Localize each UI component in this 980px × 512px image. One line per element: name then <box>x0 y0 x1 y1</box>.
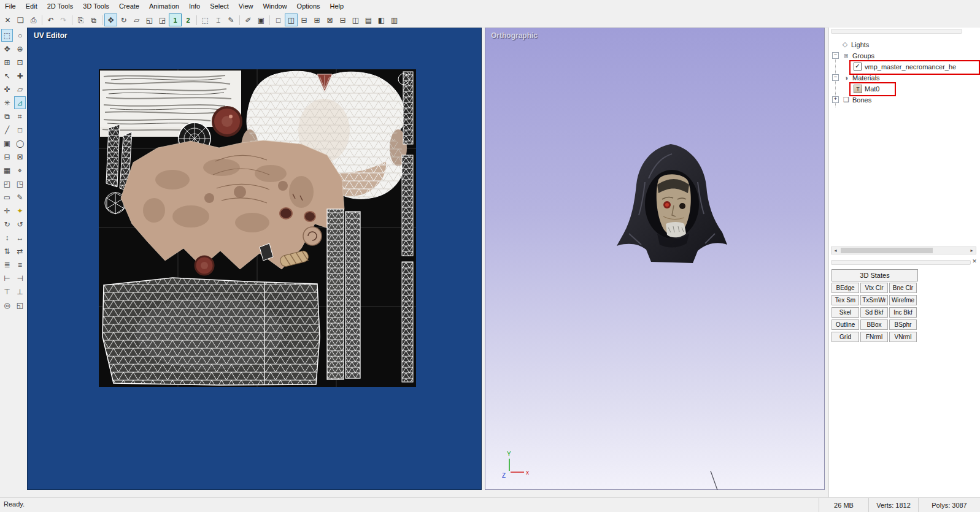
transform-arrow-button[interactable]: ◲ <box>156 13 169 26</box>
scroll-right-arrow-icon[interactable]: ▸ <box>968 247 976 254</box>
state-texsm-button[interactable]: Tex Sm <box>831 295 859 305</box>
tree-item-materials[interactable]: − ◑ Materials <box>830 72 880 83</box>
eraser-tool[interactable]: ▭ <box>1 191 13 204</box>
fill-tool[interactable]: ▦ <box>1 164 13 177</box>
groups-expander-icon[interactable]: − <box>832 52 839 59</box>
select-lasso-tool[interactable]: ○ <box>14 29 26 42</box>
layout-columns-button[interactable]: ◫ <box>349 13 362 26</box>
menu-view[interactable]: View <box>234 1 258 12</box>
skew-tool[interactable]: ▱ <box>14 83 26 96</box>
pick-tool[interactable]: ↖ <box>1 69 13 82</box>
state-bneclr-button[interactable]: Bne Clr <box>889 283 917 293</box>
stretch-h-tool[interactable]: ↔ <box>14 231 26 244</box>
swap-tool[interactable]: ⇄ <box>14 245 26 258</box>
magic-select-tool[interactable]: ⊡ <box>14 56 26 69</box>
state-grid-button[interactable]: Grid <box>831 332 859 342</box>
state-txsmwr-button[interactable]: TxSmWr <box>860 295 888 305</box>
menu-3d-tools[interactable]: 3D Tools <box>78 1 114 12</box>
eyedropper-button[interactable]: ✐ <box>242 13 255 26</box>
state-incbkf-button[interactable]: Inc Bkf <box>889 307 917 318</box>
sidebar-top-splitter[interactable] <box>831 29 962 34</box>
rectangle-tool[interactable]: □ <box>14 123 26 136</box>
menu-help[interactable]: Help <box>325 1 349 12</box>
split-h-tool[interactable]: ◰ <box>1 177 13 190</box>
distribute-h-tool[interactable]: ≣ <box>1 258 13 271</box>
line-tool[interactable]: ╱ <box>1 123 13 136</box>
menu-2d-tools[interactable]: 2D Tools <box>42 1 79 12</box>
state-outline-button[interactable]: Outline <box>831 319 859 330</box>
orthographic-viewport[interactable]: Orthographic Y Z <box>485 28 825 490</box>
sidebar-lower-splitter[interactable] <box>831 260 971 265</box>
tree-item-mat0[interactable]: T Mat0 <box>830 83 879 94</box>
select-item-mode-button[interactable]: ⌶ <box>212 13 225 26</box>
tree-item-lights[interactable]: ◇ Lights <box>830 39 869 50</box>
materials-expander-icon[interactable]: − <box>832 74 839 81</box>
center-tool[interactable]: ◎ <box>1 299 13 311</box>
snap-tool[interactable]: ✳ <box>1 96 13 109</box>
layout-grid-button[interactable]: ▥ <box>388 13 401 26</box>
paste-button[interactable]: ⧉ <box>87 13 100 26</box>
move-points-tool[interactable]: ✜ <box>1 83 13 96</box>
duplicate-tool[interactable]: ⧉ <box>1 110 13 123</box>
panel-close-icon[interactable]: ✕ <box>971 258 978 265</box>
menu-file[interactable]: File <box>0 1 21 12</box>
layout-single-button[interactable]: □ <box>272 13 285 26</box>
layout-two-horizontal-button[interactable]: ⊟ <box>298 13 311 26</box>
scrollbar-track[interactable] <box>839 247 968 254</box>
layout-quad-button[interactable]: ⊠ <box>323 13 336 26</box>
stack-tool[interactable]: ▣ <box>1 137 13 150</box>
tree-item-bones[interactable]: + ❑ Bones <box>830 94 871 105</box>
page-1-button[interactable]: 1 <box>169 13 182 26</box>
select-rect-mode-button[interactable]: ⬚ <box>199 13 212 26</box>
zoom-region-tool[interactable]: ⊞ <box>1 56 13 69</box>
layout-left-pane-button[interactable]: ◧ <box>375 13 388 26</box>
group-mesh-checkbox[interactable]: ✓ <box>854 63 862 71</box>
page-2-button[interactable]: 2 <box>182 13 195 26</box>
rotate-ccw-tool[interactable]: ↺ <box>14 218 26 231</box>
weld-tool[interactable]: ✚ <box>14 69 26 82</box>
layout-stack-button[interactable]: ⊟ <box>336 13 349 26</box>
split-v-tool[interactable]: ◳ <box>14 177 26 190</box>
states-panel-header[interactable]: 3D States <box>831 269 918 281</box>
align-left-tool[interactable]: ⊢ <box>1 272 13 285</box>
tree-item-group-mesh[interactable]: ✓ vmp_master_necromancer_he <box>830 61 956 72</box>
align-right-tool[interactable]: ⊣ <box>14 272 26 285</box>
state-vnrml-button[interactable]: VNrml <box>889 332 917 342</box>
pushpin-tool[interactable]: ✦ <box>14 204 26 217</box>
state-skel-button[interactable]: Skel <box>831 307 859 318</box>
stretch-v-tool[interactable]: ↕ <box>1 231 13 244</box>
tree-item-groups[interactable]: − ⧈ Groups <box>830 50 874 61</box>
transform-box-button[interactable]: ◱ <box>143 13 156 26</box>
menu-info[interactable]: Info <box>184 1 205 12</box>
scrollbar-thumb[interactable] <box>841 248 933 253</box>
state-bbox-button[interactable]: BBox <box>860 319 888 330</box>
pack-tool[interactable]: ⊟ <box>1 150 13 163</box>
state-fnrml-button[interactable]: FNrml <box>860 332 888 342</box>
state-vtxclr-button[interactable]: Vtx Clr <box>860 283 888 293</box>
grid-tool[interactable]: ⌗ <box>14 110 26 123</box>
layout-four-button[interactable]: ⊞ <box>311 13 323 26</box>
menu-edit[interactable]: Edit <box>21 1 42 12</box>
align-bottom-tool[interactable]: ⊥ <box>14 285 26 298</box>
sort-tool[interactable]: ⇅ <box>1 245 13 258</box>
pencil-tool[interactable]: ✎ <box>14 191 26 204</box>
scroll-left-arrow-icon[interactable]: ◂ <box>831 247 839 254</box>
uv-editor-panel[interactable]: UV Editor <box>27 28 482 490</box>
ellipse-tool[interactable]: ◯ <box>14 137 26 150</box>
bones-expander-icon[interactable]: + <box>832 96 839 103</box>
lock-toggle-button[interactable]: ▣ <box>255 13 268 26</box>
copy-button[interactable]: ⎘ <box>74 13 87 26</box>
undo-button[interactable]: ↶ <box>44 13 57 26</box>
align-top-tool[interactable]: ⊤ <box>1 285 13 298</box>
state-sdbkf-button[interactable]: Sd Bkf <box>860 307 888 318</box>
menu-animation[interactable]: Animation <box>144 1 184 12</box>
uv-texture-image[interactable] <box>99 69 416 387</box>
layout-rows-button[interactable]: ▤ <box>362 13 375 26</box>
rotate-tool-button[interactable]: ↻ <box>117 13 130 26</box>
box-map-tool[interactable]: ⊠ <box>14 150 26 163</box>
scale-tool-button[interactable]: ▱ <box>130 13 143 26</box>
distribute-v-tool[interactable]: ≡ <box>14 258 26 271</box>
pin-tool[interactable]: ✛ <box>1 204 13 217</box>
select-rect-tool[interactable]: ⬚ <box>1 29 13 42</box>
rotate-cw-tool[interactable]: ↻ <box>1 218 13 231</box>
